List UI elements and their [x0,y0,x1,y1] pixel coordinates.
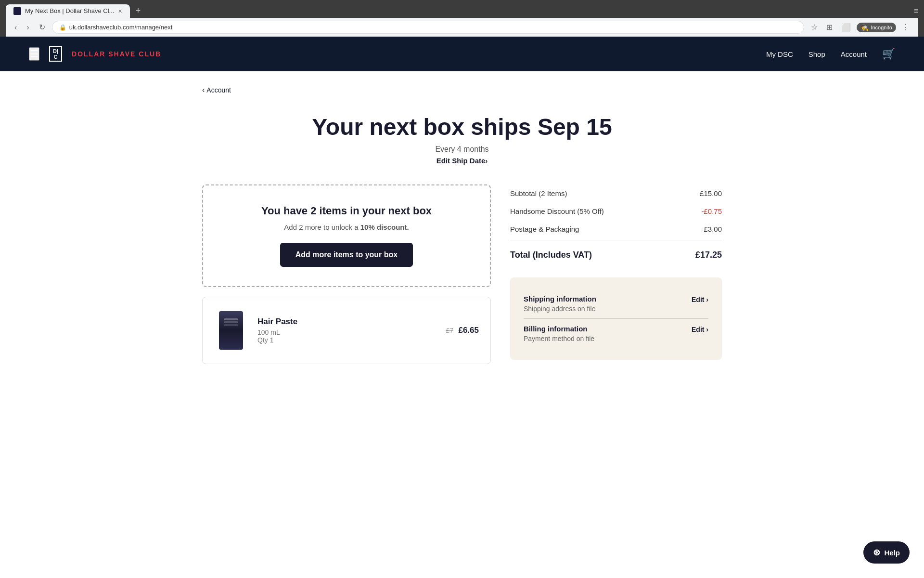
shipping-info-subtitle: Shipping address on file [524,305,596,313]
main-layout: You have 2 items in your next box Add 2 … [202,184,722,364]
tab-strip-right: ≡ [914,7,918,15]
product-info: Hair Paste 100 mL Qty 1 [257,317,436,344]
right-column: Subtotal (2 Items) £15.00 Handsome Disco… [510,184,722,360]
nav-link-shop[interactable]: Shop [808,50,825,58]
product-qty: Qty 1 [257,336,436,344]
url-bar[interactable]: 🔒 uk.dollarshaveclub.com/manage/next [52,21,805,34]
incognito-icon: 🕵 [860,24,869,31]
shipping-edit-link[interactable]: Edit › [692,296,708,303]
browser-menu-button[interactable]: ⋮ [899,21,912,34]
product-size: 100 mL [257,328,436,336]
browser-chrome: My Next Box | Dollar Shave Cl... × + ≡ ‹… [0,0,924,37]
product-card: Hair Paste 100 mL Qty 1 £7 £6.65 [202,297,491,364]
page-title: Your next box ships Sep 15 [202,114,722,140]
product-image-placeholder [219,311,243,350]
refresh-button[interactable]: ↻ [36,21,48,34]
breadcrumb[interactable]: ‹ Account [202,86,722,94]
browser-action-buttons: ☆ ⊞ ⬜ 🕵 Incognito ⋮ [808,21,912,34]
nav-link-account[interactable]: Account [841,50,867,58]
tab-title: My Next Box | Dollar Shave Cl... [25,7,114,14]
product-original-price: £7 [446,327,453,334]
product-image [214,309,248,352]
billing-info-title: Billing information [524,325,594,333]
product-name: Hair Paste [257,317,436,327]
summary-postage-row: Postage & Packaging £3.00 [510,220,722,238]
billing-info-text: Billing information Payment method on fi… [524,325,594,342]
summary-divider [510,240,722,240]
billing-info-subtitle: Payment method on file [524,335,594,342]
browser-tab[interactable]: My Next Box | Dollar Shave Cl... × [6,4,130,18]
promo-title: You have 2 items in your next box [218,205,475,217]
shipping-info-text: Shipping information Shipping address on… [524,295,596,313]
product-current-price: £6.65 [458,326,479,335]
summary-total-row: Total (Includes VAT) £17.25 [510,242,722,268]
left-column: You have 2 items in your next box Add 2 … [202,184,491,364]
order-summary: Subtotal (2 Items) £15.00 Handsome Disco… [510,184,722,268]
nav-link-mydsc[interactable]: My DSC [766,50,793,58]
discount-label: Handsome Discount (5% Off) [510,207,604,215]
back-button[interactable]: ‹ [12,21,20,34]
page-header: Your next box ships Sep 15 Every 4 month… [202,114,722,165]
tab-favicon [13,7,21,15]
ship-frequency: Every 4 months [202,145,722,154]
add-items-button[interactable]: Add more items to your box [280,243,413,267]
promo-discount-highlight: 10% discount. [360,223,409,231]
subtotal-value: £15.00 [700,189,722,197]
breadcrumb-arrow: ‹ [202,86,205,94]
shipping-info-section: Shipping information Shipping address on… [524,289,708,319]
site-logo[interactable]: D| C DOLLAR SHAVE CLUB [49,46,161,62]
site-navigation: ☰ D| C DOLLAR SHAVE CLUB My DSC Shop Acc… [0,37,924,71]
billing-info-row: Billing information Payment method on fi… [524,325,708,342]
postage-label: Postage & Packaging [510,225,579,233]
nav-links: My DSC Shop Account 🛒 [766,48,895,60]
browser-tab-strip: My Next Box | Dollar Shave Cl... × + ≡ [6,4,918,18]
browser-address-bar: ‹ › ↻ 🔒 uk.dollarshaveclub.com/manage/ne… [6,18,918,37]
incognito-label: Incognito [871,25,892,30]
split-view-button[interactable]: ⬜ [838,21,854,34]
info-box: Shipping information Shipping address on… [510,277,722,360]
promo-subtitle-plain: Add 2 more to unlock a [284,223,360,231]
discount-value: -£0.75 [701,207,722,215]
forward-button[interactable]: › [24,21,32,34]
hamburger-menu[interactable]: ☰ [29,47,39,61]
summary-discount-row: Handsome Discount (5% Off) -£0.75 [510,202,722,220]
tab-close-button[interactable]: × [118,7,122,15]
edit-arrow: › [485,157,488,165]
incognito-badge: 🕵 Incognito [857,23,896,32]
shipping-info-row: Shipping information Shipping address on… [524,295,708,313]
promo-box: You have 2 items in your next box Add 2 … [202,184,491,287]
subtotal-label: Subtotal (2 Items) [510,189,567,197]
extensions-button[interactable]: ⊞ [823,21,835,34]
shipping-info-title: Shipping information [524,295,596,303]
lock-icon: 🔒 [59,24,66,31]
breadcrumb-label: Account [206,86,231,94]
promo-subtitle: Add 2 more to unlock a 10% discount. [218,223,475,231]
edit-ship-date-label: Edit Ship Date [436,157,486,165]
postage-value: £3.00 [704,225,722,233]
cart-icon[interactable]: 🛒 [882,48,895,60]
dsc-logo-icon: D| C [49,46,62,62]
total-label: Total (Includes VAT) [510,250,592,260]
billing-edit-link[interactable]: Edit › [692,326,708,333]
bookmark-button[interactable]: ☆ [808,21,821,34]
total-value: £17.25 [695,250,722,260]
edit-ship-date-link[interactable]: Edit Ship Date› [436,157,488,165]
billing-info-section: Billing information Payment method on fi… [524,319,708,348]
new-tab-button[interactable]: + [132,4,145,18]
page-content: ‹ Account Your next box ships Sep 15 Eve… [173,71,751,393]
product-price: £7 £6.65 [446,326,479,335]
summary-subtotal-row: Subtotal (2 Items) £15.00 [510,184,722,202]
url-text: uk.dollarshaveclub.com/manage/next [69,24,797,31]
brand-name: DOLLAR SHAVE CLUB [72,50,161,58]
